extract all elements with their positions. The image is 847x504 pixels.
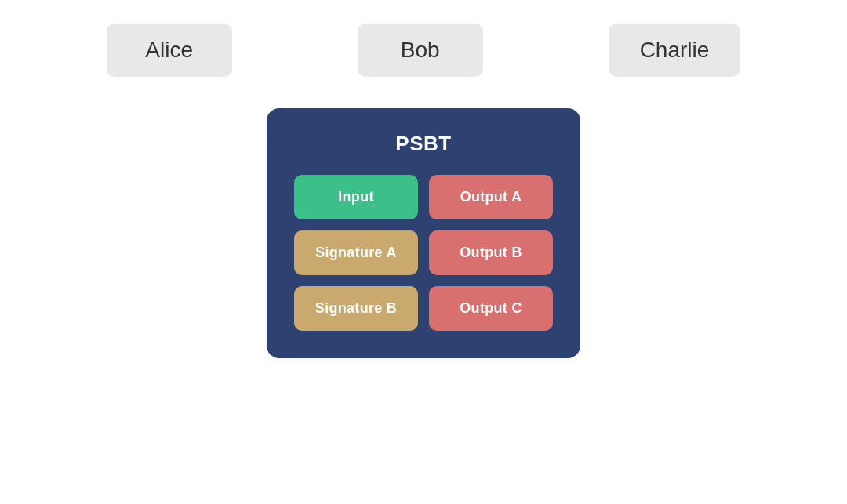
psbt-output-c-cell: Output C: [429, 286, 553, 331]
psbt-title: PSBT: [395, 132, 451, 156]
psbt-output-a-cell: Output A: [429, 175, 553, 219]
psbt-output-c-label: Output C: [460, 300, 522, 316]
psbt-box: PSBT Input Output A Signature A Output B…: [267, 108, 580, 358]
charlie-label: Charlie: [640, 38, 710, 62]
bob-card: Bob: [358, 24, 483, 77]
psbt-signature-b-cell: Signature B: [294, 286, 418, 331]
psbt-output-b-cell: Output B: [429, 230, 553, 275]
psbt-input-cell: Input: [294, 175, 418, 219]
alice-label: Alice: [145, 38, 193, 62]
psbt-grid: Input Output A Signature A Output B Sign…: [294, 175, 553, 331]
psbt-input-label: Input: [338, 189, 373, 205]
psbt-signature-a-cell: Signature A: [294, 230, 418, 275]
psbt-signature-b-label: Signature B: [315, 300, 397, 316]
charlie-card: Charlie: [609, 24, 741, 77]
psbt-output-b-label: Output B: [460, 245, 522, 260]
psbt-output-a-label: Output A: [460, 189, 522, 205]
psbt-signature-a-label: Signature A: [315, 245, 397, 260]
bob-label: Bob: [401, 38, 440, 62]
alice-card: Alice: [107, 24, 232, 77]
top-row: Alice Bob Charlie: [0, 0, 847, 77]
